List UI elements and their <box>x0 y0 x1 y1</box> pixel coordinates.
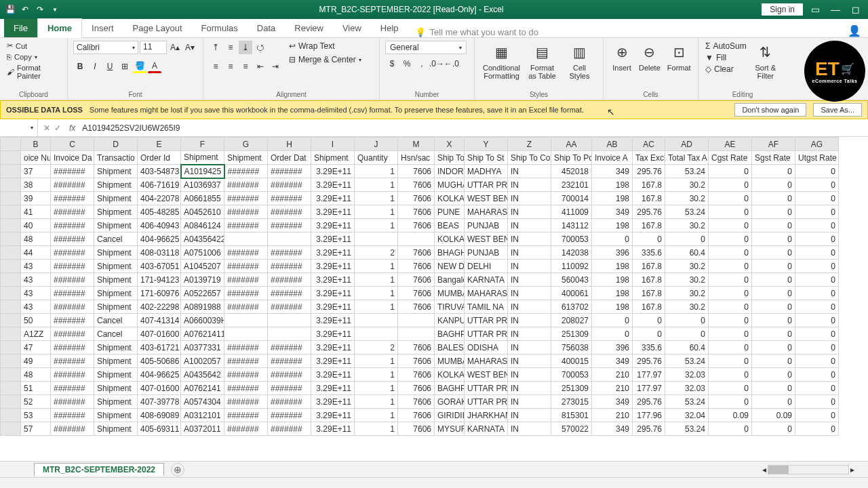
align-top-icon[interactable]: ⤒ <box>209 41 222 54</box>
cell[interactable]: 0 <box>752 178 795 192</box>
column-header[interactable]: F <box>181 138 224 151</box>
cell[interactable]: ####### <box>224 219 268 232</box>
cell[interactable]: 177.97 <box>633 382 665 395</box>
tab-help[interactable]: Help <box>371 19 408 37</box>
cell[interactable]: Shipment <box>94 382 138 395</box>
cell[interactable]: ####### <box>224 395 268 409</box>
orientation-icon[interactable]: ⭯ <box>254 41 267 54</box>
cell[interactable]: 815301 <box>551 409 592 422</box>
cell[interactable]: Shipment <box>94 368 138 382</box>
cell[interactable]: 349 <box>592 354 633 368</box>
cell[interactable]: 407-39778 <box>138 395 181 409</box>
cell[interactable]: 0 <box>633 327 665 341</box>
name-box[interactable]: ▾ <box>0 119 38 136</box>
cell[interactable]: 0 <box>752 192 795 205</box>
row-header[interactable] <box>1 422 21 436</box>
cell[interactable]: 1 <box>355 165 398 178</box>
tab-review[interactable]: Review <box>285 19 333 37</box>
save-icon[interactable]: 💾 <box>4 3 16 16</box>
cell[interactable]: 7606 <box>398 246 435 260</box>
cell[interactable] <box>224 232 268 246</box>
cell[interactable]: KANPUR N <box>435 314 465 327</box>
column-header[interactable]: H <box>268 138 311 151</box>
cell[interactable] <box>224 327 268 341</box>
cell[interactable]: 39 <box>21 192 51 205</box>
cell[interactable]: ####### <box>224 192 268 205</box>
cell[interactable]: 3.29E+11 <box>311 287 355 300</box>
cell[interactable]: 0 <box>709 422 752 436</box>
cell[interactable]: ####### <box>224 368 268 382</box>
cell[interactable]: 273015 <box>551 395 592 409</box>
cell[interactable]: 7606 <box>398 192 435 205</box>
cell[interactable]: 405-48285 <box>138 205 181 219</box>
cell[interactable]: IN <box>508 232 551 246</box>
cell[interactable]: 30.2 <box>665 219 709 232</box>
cell[interactable]: 43 <box>21 300 51 314</box>
cell[interactable]: 251309 <box>551 327 592 341</box>
cell[interactable]: TAMIL NA <box>465 300 508 314</box>
cell[interactable]: IN <box>508 246 551 260</box>
cell[interactable]: DELHI <box>465 260 508 273</box>
cell[interactable]: 171-60976 <box>138 287 181 300</box>
cell[interactable]: KOLKATA <box>435 192 465 205</box>
cell[interactable]: A1019425 <box>181 165 224 178</box>
cell[interactable]: ####### <box>51 219 94 232</box>
cell[interactable]: A0372011 <box>181 422 224 436</box>
cell[interactable]: 0 <box>665 327 709 341</box>
cell[interactable]: ####### <box>268 165 311 178</box>
cell[interactable]: 700014 <box>551 192 592 205</box>
cell[interactable]: 43 <box>21 287 51 300</box>
row-header[interactable] <box>1 314 21 327</box>
cell[interactable]: 7606 <box>398 368 435 382</box>
cut-button[interactable]: ✂Cut <box>5 41 62 51</box>
cell[interactable]: 0 <box>752 382 795 395</box>
cell[interactable]: 3.29E+11 <box>311 246 355 260</box>
cell[interactable]: 0 <box>709 205 752 219</box>
row-header[interactable] <box>1 287 21 300</box>
cell[interactable]: A0452610 <box>181 205 224 219</box>
field-header[interactable]: Hsn/sac <box>398 151 435 165</box>
sheet-tab[interactable]: MTR_B2C-SEPTEMBER-2022 <box>34 463 164 476</box>
cell[interactable]: 0 <box>752 232 795 246</box>
cell[interactable]: 0 <box>752 246 795 260</box>
cell[interactable]: 1 <box>355 219 398 232</box>
cell[interactable]: 0 <box>795 382 839 395</box>
cell[interactable]: 3.29E+11 <box>311 219 355 232</box>
cell[interactable] <box>268 327 311 341</box>
cell[interactable]: 7606 <box>398 422 435 436</box>
cell[interactable]: ####### <box>51 232 94 246</box>
cell[interactable]: 0 <box>795 205 839 219</box>
cell[interactable]: A1045207 <box>181 260 224 273</box>
cell[interactable]: IN <box>508 422 551 436</box>
conditional-formatting-button[interactable]: ▦Conditional Formatting <box>480 41 523 89</box>
field-header[interactable]: Quantity <box>355 151 398 165</box>
row-header[interactable] <box>1 382 21 395</box>
cell[interactable]: 1 <box>355 409 398 422</box>
cell[interactable]: 48 <box>21 368 51 382</box>
cell[interactable]: Shipment <box>94 341 138 354</box>
row-header[interactable] <box>1 409 21 422</box>
cell[interactable]: 53.24 <box>665 422 709 436</box>
cell[interactable]: Shipment <box>94 205 138 219</box>
cell[interactable] <box>398 314 435 327</box>
maximize-icon[interactable]: ◻ <box>848 3 864 16</box>
cell[interactable]: 0 <box>709 395 752 409</box>
cell[interactable]: IN <box>508 395 551 409</box>
cell[interactable]: 0 <box>752 287 795 300</box>
row-header[interactable] <box>1 354 21 368</box>
cell[interactable]: MUGHALS <box>435 178 465 192</box>
cell[interactable]: 1 <box>355 354 398 368</box>
cell[interactable] <box>355 232 398 246</box>
cell[interactable]: 3.29E+11 <box>311 409 355 422</box>
cell[interactable]: 167.8 <box>633 273 665 287</box>
cell[interactable]: 53 <box>21 409 51 422</box>
cell[interactable]: 404-96625 <box>138 232 181 246</box>
align-center-icon[interactable]: ≡ <box>224 60 237 73</box>
minimize-icon[interactable]: — <box>827 3 844 16</box>
row-header[interactable] <box>1 273 21 287</box>
cell[interactable]: 0 <box>752 354 795 368</box>
column-header[interactable]: B <box>21 138 51 151</box>
cell[interactable]: 0 <box>752 422 795 436</box>
cell[interactable]: 756038 <box>551 341 592 354</box>
tell-me-search[interactable]: 💡 Tell me what you want to do <box>415 27 538 37</box>
